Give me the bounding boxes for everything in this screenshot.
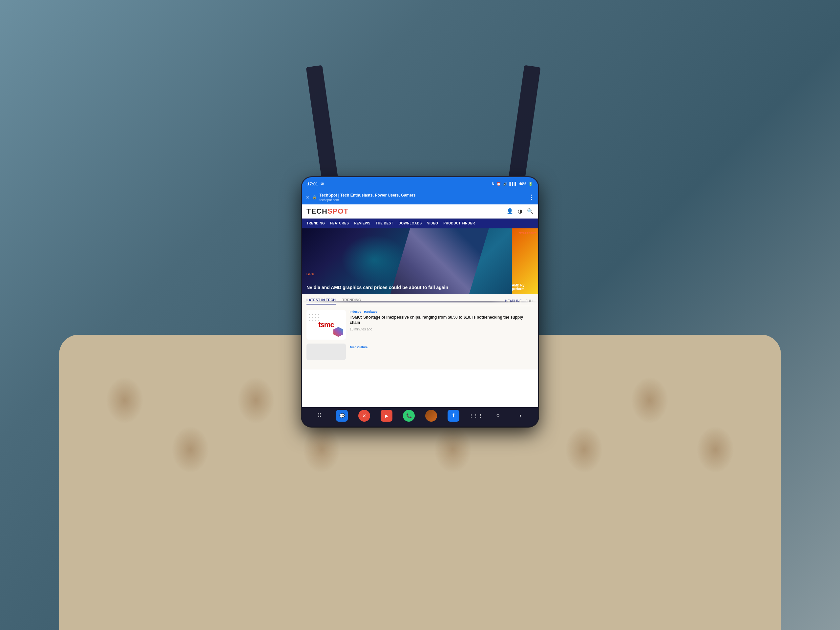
header-icons: 👤 ◑ 🔍 — [507, 208, 534, 214]
category-tech-culture[interactable]: Tech Culture — [350, 346, 368, 349]
article-item[interactable]: tsmc • • • •• • • •• • • • Industry Hard… — [306, 310, 534, 339]
article-thumbnail: tsmc • • • •• • • •• • • • — [306, 310, 346, 339]
app-drawer-button[interactable]: ⠿ — [314, 410, 325, 422]
lock-icon: 🔒 — [312, 195, 317, 199]
nav-trending[interactable]: TRENDING — [306, 221, 325, 225]
xbox-app[interactable]: ✕ — [358, 410, 370, 422]
chip-dots: • • • •• • • •• • • • — [309, 313, 320, 322]
tsmc-logo: tsmc — [318, 321, 334, 329]
phone-frame: 17:01 ✉ N ⏰ 🔊 ▌▌▌ 46% 🔋 × 🔒 TechSpot | T… — [302, 177, 538, 426]
youtube-app[interactable]: ▶ — [381, 410, 392, 422]
article-2-thumbnail — [306, 344, 346, 360]
user-icon[interactable]: 👤 — [507, 208, 513, 214]
facebook-app[interactable]: f — [448, 410, 459, 422]
nav-product-finder[interactable]: PRODUCT FINDER — [443, 221, 475, 225]
phone-app[interactable]: 📞 — [403, 410, 415, 422]
article-item-2[interactable]: Tech Culture — [306, 344, 534, 360]
article-headline[interactable]: TSMC: Shortage of inexpensive chips, ran… — [350, 315, 534, 326]
article-info: Industry Hardware TSMC: Shortage of inex… — [350, 310, 534, 339]
alarm-icon: ⏰ — [496, 182, 501, 186]
battery-level: 46% — [519, 182, 526, 186]
category-industry[interactable]: Industry — [350, 310, 362, 313]
logo-spot: SPOT — [327, 207, 349, 215]
status-right: N ⏰ 🔊 ▌▌▌ 46% 🔋 — [492, 182, 533, 186]
nav-recents-button[interactable]: ⋮⋮⋮ — [470, 410, 482, 422]
phone-hinge — [302, 302, 538, 303]
avatar-app[interactable] — [425, 410, 437, 422]
chip-graphic — [333, 327, 343, 337]
article-categories: Industry Hardware — [350, 310, 534, 313]
avatar-image — [425, 410, 437, 422]
phone-device: 17:01 ✉ N ⏰ 🔊 ▌▌▌ 46% 🔋 × 🔒 TechSpot | T… — [302, 177, 538, 426]
browser-close-button[interactable]: × — [306, 194, 309, 201]
hero-background: ZEN 4 ARRIVE AMD Ry perform — [302, 228, 538, 294]
news-section: LATEST IN TECH TRENDING HEADLINE FULL ts… — [302, 294, 538, 369]
contrast-icon[interactable]: ◑ — [518, 208, 523, 214]
navigation-bar: TRENDING FEATURES REVIEWS THE BEST DOWNL… — [302, 218, 538, 228]
nav-video[interactable]: VIDEO — [427, 221, 438, 225]
battery-icon: 🔋 — [528, 182, 533, 186]
hero-section: ZEN 4 ARRIVE AMD Ry perform GPU Nvidia a… — [302, 228, 538, 294]
android-nav-bar: ⠿ 💬 ✕ ▶ 📞 f ⋮⋮⋮ ○ ‹ — [302, 407, 538, 424]
article-2-info: Tech Culture — [350, 344, 534, 360]
nav-downloads[interactable]: DOWNLOADS — [398, 221, 422, 225]
nav-home-button[interactable]: ○ — [492, 410, 504, 422]
browser-menu-button[interactable]: ⋮ — [528, 194, 534, 201]
nfc-icon: N — [492, 182, 494, 186]
site-header: TECHSPOT 👤 ◑ 🔍 — [302, 204, 538, 218]
zen4-badge: ZEN 4 ARRIVE — [518, 232, 537, 235]
tsmc-image: tsmc • • • •• • • •• • • • — [306, 310, 346, 339]
page-title: TechSpot | Tech Enthusiasts, Power Users… — [320, 193, 526, 198]
hero-article-title[interactable]: Nvidia and AMD graphics card prices coul… — [306, 284, 510, 291]
hero-category-badge: GPU — [306, 272, 315, 276]
volume-icon: 🔊 — [503, 182, 508, 186]
category-hardware[interactable]: Hardware — [364, 310, 378, 313]
nav-back-button[interactable]: ‹ — [515, 410, 526, 422]
url-area[interactable]: TechSpot | Tech Enthusiasts, Power Users… — [320, 193, 526, 202]
browser-bar[interactable]: × 🔒 TechSpot | Tech Enthusiasts, Power U… — [302, 190, 538, 204]
page-url: techspot.com — [320, 198, 526, 202]
article-timestamp: 10 minutes ago — [350, 327, 534, 331]
message-icon: ✉ — [321, 182, 324, 186]
nav-best[interactable]: THE BEST — [376, 221, 393, 225]
tab-divider — [306, 306, 534, 306]
status-bar: 17:01 ✉ N ⏰ 🔊 ▌▌▌ 46% 🔋 — [302, 177, 538, 190]
status-left: 17:01 ✉ — [307, 182, 324, 186]
zen4-title: AMD Ry perform — [512, 284, 537, 291]
search-icon[interactable]: 🔍 — [527, 208, 534, 214]
messages-app[interactable]: 💬 — [336, 410, 348, 422]
website-content: TECHSPOT 👤 ◑ 🔍 TRENDING FEATURES REVIEWS… — [302, 204, 538, 407]
site-logo: TECHSPOT — [306, 207, 349, 216]
nav-reviews[interactable]: REVIEWS — [354, 221, 371, 225]
signal-bars: ▌▌▌ — [510, 182, 517, 186]
nav-features[interactable]: FEATURES — [330, 221, 349, 225]
time-display: 17:01 — [307, 182, 318, 186]
